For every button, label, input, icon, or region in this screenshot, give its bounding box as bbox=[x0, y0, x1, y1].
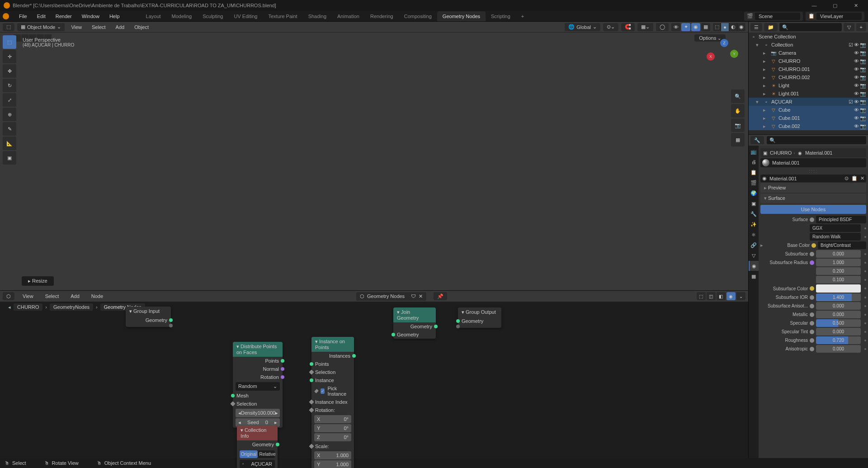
aniso-value[interactable]: 0.000 bbox=[816, 345, 861, 353]
tool-cursor[interactable]: ✛ bbox=[3, 50, 16, 63]
outliner-item-churro002[interactable]: ▸ ▽ CHURRO.002 👁📷 bbox=[749, 73, 868, 81]
socket-selection-in[interactable]: Selection bbox=[311, 368, 354, 376]
material-datablock[interactable]: ◉ Material.001 ⊙ 📋 ✕ bbox=[760, 175, 866, 182]
socket-extend[interactable] bbox=[458, 325, 501, 328]
expand-icon[interactable]: ▸ bbox=[763, 50, 769, 56]
expand-icon[interactable]: ▸ bbox=[763, 58, 769, 64]
checkbox-icon[interactable]: ☑ bbox=[849, 99, 853, 105]
outliner-item-churro001[interactable]: ▸ ▽ CHURRO.001 👁📷 bbox=[749, 65, 868, 73]
active-object-name[interactable]: CHURRO bbox=[770, 150, 792, 156]
use-nodes-button[interactable]: Use Nodes bbox=[760, 205, 866, 214]
socket-dot-icon[interactable] bbox=[811, 243, 816, 248]
filter-icon[interactable]: ▽ bbox=[844, 23, 854, 31]
node-group-output[interactable]: ▾ Group Output Geometry bbox=[458, 307, 501, 328]
ptab-scene[interactable]: 🎬 bbox=[749, 178, 759, 188]
fake-user-icon[interactable]: 🛡 bbox=[411, 293, 416, 299]
eye-icon[interactable]: 👁 bbox=[854, 42, 859, 48]
nav-zoom-icon[interactable]: 🔍 bbox=[731, 90, 745, 103]
axis-z-icon[interactable]: Z bbox=[720, 39, 728, 47]
panel-preview[interactable]: Preview bbox=[760, 183, 866, 193]
ptab-world[interactable]: 🌍 bbox=[749, 188, 759, 198]
outliner-item-camera[interactable]: ▸ 📷 Camera 👁📷 bbox=[749, 49, 868, 57]
maximize-button[interactable]: ▢ bbox=[826, 1, 844, 9]
scale-x[interactable]: X1.000 bbox=[314, 451, 351, 459]
tool-annotate[interactable]: ✎ bbox=[3, 122, 16, 136]
render-icon[interactable]: 📷 bbox=[860, 50, 866, 56]
ptab-texture[interactable]: ▦ bbox=[749, 271, 759, 281]
subsurf-aniso-value[interactable]: 0.000 bbox=[816, 302, 861, 310]
pick-instance-toggle[interactable]: ✓Pick Instance bbox=[311, 384, 354, 398]
socket-dot-icon[interactable] bbox=[810, 286, 814, 291]
close-button[interactable]: ✕ bbox=[847, 1, 864, 9]
expand-icon[interactable]: ▸ bbox=[763, 107, 769, 113]
unlink-icon[interactable]: ✕ bbox=[860, 175, 864, 181]
render-icon[interactable]: 📷 bbox=[860, 58, 866, 64]
ptab-data[interactable]: ▽ bbox=[749, 251, 759, 260]
3d-viewport[interactable]: ⬚ ▦ Object Mode ⌄ View Select Add Object… bbox=[0, 22, 748, 291]
render-icon[interactable]: 📷 bbox=[860, 75, 866, 80]
socket-dot-icon[interactable] bbox=[810, 252, 814, 256]
snap-toggle[interactable]: 🧲 bbox=[621, 23, 635, 31]
pivot-selector[interactable]: ⊙⌄ bbox=[603, 23, 618, 31]
subsurf-color-swatch[interactable] bbox=[816, 284, 861, 293]
tool-rotate[interactable]: ↻ bbox=[3, 79, 16, 92]
eye-icon[interactable]: 👁 bbox=[854, 83, 859, 89]
socket-dot-icon[interactable] bbox=[810, 312, 814, 317]
tool-transform[interactable]: ⊕ bbox=[3, 108, 16, 121]
ws-texpaint[interactable]: Texture Paint bbox=[263, 11, 302, 21]
collection-selector[interactable]: ▫ AÇUCAR bbox=[240, 460, 275, 468]
outliner-item-churro[interactable]: ▸ ▽ CHURRO 👁📷 bbox=[749, 57, 868, 65]
socket-rotation-out[interactable]: Rotation bbox=[233, 373, 283, 381]
node-tree-selector[interactable]: ⬡ Geometry Nodes 🛡 ✕ bbox=[356, 292, 426, 301]
surface-shader[interactable]: Principled BSDF bbox=[816, 216, 866, 223]
grip-icon[interactable]: :::: bbox=[760, 168, 866, 174]
node-instance-on-points[interactable]: ▾ Instance on Points Instances Points Se… bbox=[311, 337, 354, 468]
menu-render[interactable]: Render bbox=[51, 12, 76, 21]
ne-icon2[interactable]: ◫ bbox=[707, 292, 716, 300]
outliner-collection[interactable]: ▾ ▫ Collection ☑👁📷 bbox=[749, 41, 868, 49]
socket-dot-icon[interactable] bbox=[810, 304, 814, 308]
eye-icon[interactable]: 👁 bbox=[854, 75, 859, 80]
render-icon[interactable]: 📷 bbox=[860, 42, 866, 48]
outliner-item-cube001[interactable]: ▸ ▽ Cube.001 👁📷 bbox=[749, 114, 868, 122]
orientation-selector[interactable]: 🌐 Global ⌄ bbox=[565, 23, 600, 31]
ws-layout[interactable]: Layout bbox=[141, 11, 166, 21]
socket-dot-icon[interactable] bbox=[810, 347, 814, 351]
render-icon[interactable]: 📷 bbox=[860, 91, 866, 97]
roughness-value[interactable]: 0.720 bbox=[816, 336, 861, 344]
outliner-collection-acucar[interactable]: ▾ ▫ AÇUCAR ☑👁📷 bbox=[749, 98, 868, 106]
outliner-search[interactable]: 🔍 bbox=[779, 23, 842, 31]
ne-snap-icon[interactable]: ⌄ bbox=[736, 292, 745, 300]
minimize-button[interactable]: — bbox=[806, 1, 823, 9]
socket-instance-in[interactable]: Instance bbox=[311, 376, 354, 384]
props-search[interactable]: 🔍 bbox=[767, 136, 866, 144]
eye-icon[interactable]: 👁 bbox=[854, 66, 859, 72]
active-material-name[interactable]: Material.001 bbox=[805, 150, 833, 156]
subsurf-radius-0[interactable]: 1.000 bbox=[816, 259, 861, 266]
material-name-input[interactable]: Material.001 bbox=[769, 176, 842, 181]
socket-normal-out[interactable]: Normal bbox=[233, 365, 283, 373]
render-icon[interactable]: 📷 bbox=[860, 107, 866, 113]
expand-icon[interactable]: ▸ bbox=[760, 242, 764, 248]
basecolor-node[interactable]: Bright/Contrast bbox=[818, 241, 866, 249]
render-icon[interactable]: 📷 bbox=[860, 83, 866, 89]
outliner-scene-collection[interactable]: ▫ Scene Collection bbox=[749, 33, 868, 41]
shading-rendered[interactable]: ◉ bbox=[737, 23, 745, 31]
orientation-gizmo[interactable]: Z Y X bbox=[707, 39, 738, 71]
node-collection-info[interactable]: ▾ Collection Info Geometry Original Rela… bbox=[237, 425, 278, 468]
ptab-object[interactable]: ▣ bbox=[749, 199, 759, 208]
socket-selection-in[interactable]: Selection bbox=[233, 400, 283, 408]
socket-index-in[interactable]: Instance Index bbox=[311, 398, 354, 406]
nav-camera-icon[interactable]: 📷 bbox=[731, 118, 745, 132]
socket-mesh-in[interactable]: Mesh bbox=[233, 392, 283, 400]
eye-icon[interactable]: 👁 bbox=[854, 115, 859, 121]
render-icon[interactable]: 📷 bbox=[860, 99, 866, 105]
rot-x[interactable]: X0° bbox=[314, 415, 351, 423]
subsurface-value[interactable]: 0.000 bbox=[816, 250, 861, 258]
tab-relative[interactable]: Relative bbox=[258, 450, 277, 458]
ws-geonodes[interactable]: Geometry Nodes bbox=[437, 11, 486, 21]
ptab-render[interactable]: 📺 bbox=[749, 147, 759, 156]
expand-icon[interactable]: ▸ bbox=[763, 75, 769, 80]
selectability-icon[interactable]: 👁 bbox=[671, 23, 680, 31]
ws-add[interactable]: + bbox=[516, 11, 529, 21]
